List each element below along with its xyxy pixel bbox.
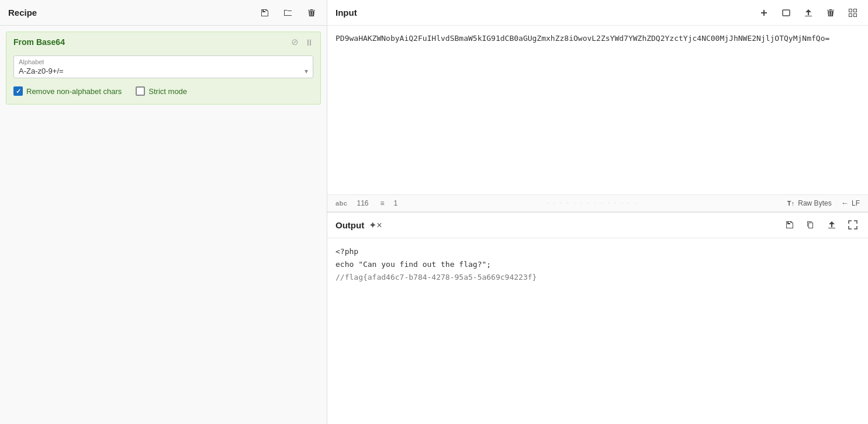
input-delete-button[interactable]	[824, 7, 838, 19]
add-input-button[interactable]	[757, 7, 771, 19]
char-count: 116	[357, 199, 368, 207]
recipe-title: Recipe	[8, 8, 37, 18]
copy-icon	[806, 220, 815, 230]
checkboxes-row: ✓ Remove non-alphabet chars Strict mode	[13, 86, 313, 96]
status-right: T↑ Raw Bytes ← LF	[787, 199, 860, 207]
output-line-2: echo "Can you find out the flag?";	[336, 258, 860, 271]
operation-body: Alphabet A-Za-z0-9+/= ▾ ✓ Remove non-alp…	[6, 52, 320, 104]
output-title: Output	[336, 220, 364, 230]
save-button[interactable]	[258, 7, 272, 19]
operation-controls: ⊘ ⏸	[291, 37, 313, 47]
format-label: T↑ Raw Bytes	[787, 199, 832, 207]
output-save-icon	[785, 220, 794, 230]
output-save-button[interactable]	[783, 219, 797, 231]
line-icon: ≡	[381, 199, 385, 207]
right-panel: Input	[327, 0, 868, 424]
pause-icon[interactable]: ⏸	[305, 37, 313, 47]
input-section: Input	[327, 0, 868, 212]
input-load-button[interactable]	[801, 7, 815, 19]
raw-bytes-label: Raw Bytes	[798, 199, 831, 207]
output-toolbar	[783, 219, 860, 231]
save-icon	[260, 8, 269, 18]
alphabet-value: A-Za-z0-9+/=	[19, 67, 64, 75]
input-header: Input	[327, 0, 868, 26]
abc-label: abc	[336, 200, 347, 207]
input-rectangle-button[interactable]	[779, 7, 793, 19]
input-trash-icon	[826, 8, 835, 18]
strict-mode-label: Strict mode	[148, 87, 187, 96]
recipe-toolbar	[258, 7, 319, 19]
input-title: Input	[336, 8, 357, 18]
output-header: Output ✦×	[327, 213, 868, 238]
svg-rect-0	[783, 10, 790, 16]
output-section: Output ✦×	[327, 212, 868, 425]
remove-nonalpha-box: ✓	[13, 86, 23, 96]
expand-icon	[848, 220, 857, 230]
output-title-row: Output ✦×	[336, 220, 382, 231]
input-content[interactable]: PD9waHAKZWNobyAiQ2FuIHlvdSBmaW5kIG91dCB0…	[327, 26, 868, 194]
checkmark-icon: ✓	[16, 88, 21, 95]
arrow-icon: ←	[841, 199, 849, 207]
open-button[interactable]	[281, 7, 295, 19]
alphabet-label: Alphabet	[19, 58, 308, 65]
remove-nonalpha-checkbox[interactable]: ✓ Remove non-alphabet chars	[13, 86, 122, 96]
upload-icon	[827, 220, 836, 230]
operation-header: From Base64 ⊘ ⏸	[6, 32, 320, 52]
alphabet-select-row: A-Za-z0-9+/= ▾	[19, 67, 308, 75]
trash-icon	[307, 8, 316, 18]
chevron-down-icon: ▾	[305, 67, 308, 75]
input-toolbar	[757, 7, 860, 19]
grid-icon	[848, 8, 857, 18]
output-line-1: <?php	[336, 245, 860, 258]
strict-mode-box	[136, 86, 145, 96]
output-line-3: //flag{afad46c7-b784-4278-95a5-5a669c942…	[336, 271, 860, 284]
line-count: 1	[394, 199, 398, 207]
output-copy-button[interactable]	[804, 219, 818, 231]
left-panel: Recipe	[0, 0, 327, 424]
magic-wand-icon[interactable]: ✦×	[369, 220, 382, 231]
delete-recipe-button[interactable]	[305, 7, 319, 19]
tt-icon: T↑	[787, 200, 794, 207]
input-status-bar: abc 116 ≡ 1 · · · · · · · · · · · · · · …	[327, 194, 868, 212]
folder-icon	[283, 8, 293, 18]
disable-icon[interactable]: ⊘	[291, 37, 299, 47]
status-left: abc 116 ≡ 1	[336, 199, 397, 207]
operation-card: From Base64 ⊘ ⏸ Alphabet A-Za-z0-9+/= ▾	[6, 32, 321, 105]
rectangle-icon	[781, 8, 791, 18]
input-text: PD9waHAKZWNobyAiQ2FuIHlvdSBmaW5kIG91dCB0…	[336, 34, 829, 43]
remove-nonalpha-label: Remove non-alphabet chars	[26, 87, 122, 96]
strict-mode-checkbox[interactable]: Strict mode	[136, 86, 187, 96]
arrow-lf: ← LF	[841, 199, 860, 207]
load-icon	[804, 8, 813, 18]
alphabet-select[interactable]: Alphabet A-Za-z0-9+/= ▾	[13, 55, 313, 78]
lf-label: LF	[852, 199, 860, 207]
recipe-header: Recipe	[0, 0, 327, 26]
output-expand-button[interactable]	[846, 219, 860, 231]
operation-title: From Base64	[13, 37, 65, 47]
plus-icon	[759, 8, 769, 18]
input-grid-button[interactable]	[846, 7, 860, 19]
output-upload-button[interactable]	[825, 219, 839, 231]
divider-dots: · · · · · · · · · · · · · ·	[397, 200, 787, 206]
output-content: <?php echo "Can you find out the flag?";…	[327, 238, 868, 425]
